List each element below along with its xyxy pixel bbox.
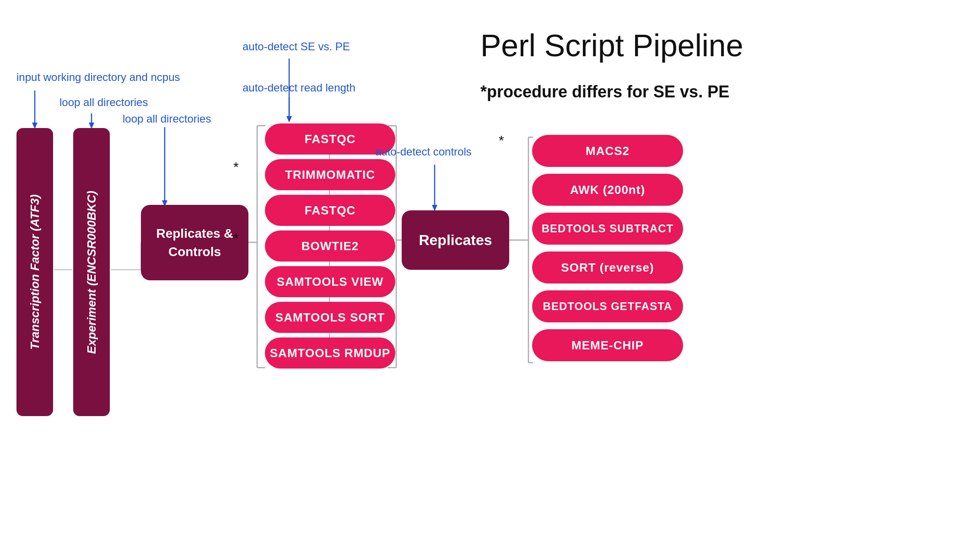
sort-reverse-box: SORT (reverse) bbox=[532, 251, 683, 284]
fastqc2-box: FASTQC bbox=[265, 195, 395, 226]
macs2-box: MACS2 bbox=[532, 135, 683, 167]
samtools-rmdup-label: SAMTOOLS RMDUP bbox=[270, 346, 390, 360]
canvas: Perl Script Pipeline *procedure differs … bbox=[0, 0, 980, 551]
bedtools-getfasta-box: BEDTOOLS GETFASTA bbox=[532, 290, 683, 322]
annotation-input-dir: input working directory and ncpus bbox=[16, 71, 180, 84]
sort-reverse-label: SORT (reverse) bbox=[561, 261, 654, 275]
meme-chip-label: MEME-CHIP bbox=[571, 338, 644, 353]
rep-controls-box: Replicates &Controls bbox=[141, 205, 248, 280]
exp-bar: Experiment (ENCSR000BKC) bbox=[73, 128, 110, 416]
bedtools-subtract-box: BEDTOOLS SUBTRACT bbox=[532, 213, 683, 245]
bedtools-subtract-label: BEDTOOLS SUBTRACT bbox=[542, 222, 674, 235]
annotation-se-pe: auto-detect SE vs. PE bbox=[242, 40, 350, 53]
awk-box: AWK (200nt) bbox=[532, 174, 683, 206]
asterisk-bowtie2: * bbox=[233, 230, 239, 246]
samtools-rmdup-box: SAMTOOLS RMDUP bbox=[265, 337, 395, 369]
asterisk-trimmomatic: * bbox=[233, 159, 239, 175]
tf-bar: Transcription Factor (ATF3) bbox=[16, 128, 53, 416]
annotation-read-length: auto-detect read length bbox=[242, 81, 355, 94]
svg-marker-7 bbox=[286, 116, 292, 123]
replicates-box: Replicates bbox=[402, 210, 509, 270]
bowtie2-label: BOWTIE2 bbox=[302, 239, 359, 253]
annotation-loop1: loop all directories bbox=[59, 96, 148, 109]
page-subtitle: *procedure differs for SE vs. PE bbox=[480, 82, 729, 102]
page-title: Perl Script Pipeline bbox=[480, 27, 743, 63]
samtools-view-label: SAMTOOLS VIEW bbox=[277, 275, 384, 289]
fastqc2-label: FASTQC bbox=[305, 203, 355, 218]
replicates-label: Replicates bbox=[419, 232, 492, 249]
samtools-sort-label: SAMTOOLS SORT bbox=[275, 310, 385, 325]
exp-bar-label: Experiment (ENCSR000BKC) bbox=[85, 186, 99, 358]
bedtools-getfasta-label: BEDTOOLS GETFASTA bbox=[543, 300, 673, 313]
trimmomatic-label: TRIMMOMATIC bbox=[285, 168, 375, 182]
annotation-controls: auto-detect controls bbox=[375, 145, 472, 158]
macs2-label: MACS2 bbox=[586, 144, 630, 158]
awk-label: AWK (200nt) bbox=[570, 183, 645, 197]
bowtie2-box: BOWTIE2 bbox=[265, 230, 395, 262]
tf-bar-label: Transcription Factor (ATF3) bbox=[28, 190, 42, 354]
samtools-sort-box: SAMTOOLS SORT bbox=[265, 302, 395, 333]
rep-controls-label: Replicates &Controls bbox=[156, 225, 233, 260]
meme-chip-box: MEME-CHIP bbox=[532, 329, 683, 361]
trimmomatic-box: TRIMMOMATIC bbox=[265, 159, 395, 190]
annotation-loop2: loop all directories bbox=[123, 112, 211, 125]
samtools-view-box: SAMTOOLS VIEW bbox=[265, 266, 395, 297]
asterisk-right: * bbox=[499, 133, 504, 148]
fastqc1-label: FASTQC bbox=[305, 132, 355, 146]
